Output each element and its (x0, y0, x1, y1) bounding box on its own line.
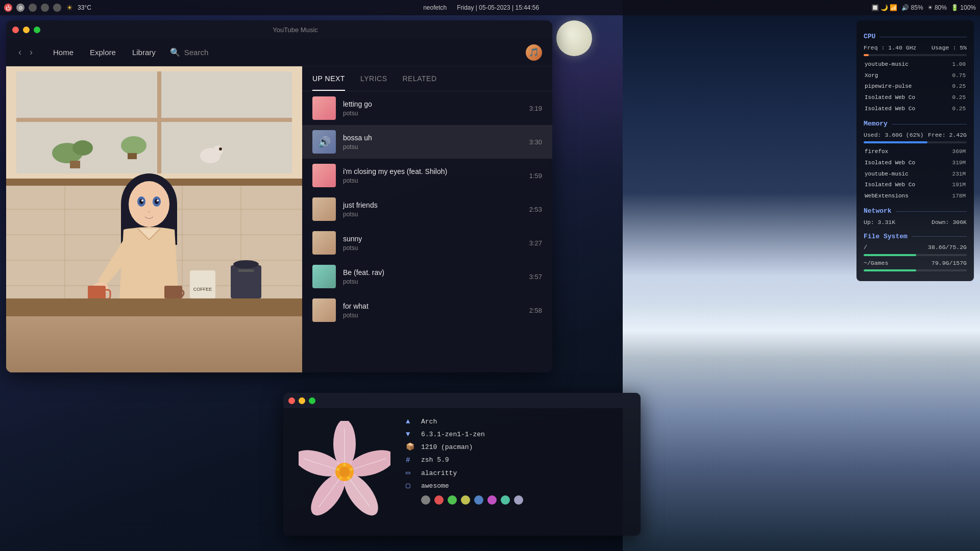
cpu-proc-name-5: Isolated Web Co (865, 104, 944, 114)
taskbar-icons-area: 🔲 🌙 📶 (871, 4, 898, 11)
queue-item-artist: potsu (343, 278, 522, 285)
queue-item[interactable]: for what potsu 2:58 (302, 293, 552, 327)
svg-point-30 (141, 199, 143, 202)
taskbar-center: neofetch Friday | 05-05-2023 | 15:44:56 (91, 4, 871, 11)
svg-point-31 (157, 199, 159, 202)
queue-thumb (312, 96, 336, 120)
dot-icon1 (29, 4, 37, 12)
mem-proc-name-4: Isolated Web Co (865, 180, 944, 190)
neofetch-info: ▲ Arch ▼ 6.3.1-zen1-1-zen 📦 1210 (pacman… (406, 415, 630, 529)
taskbar: ⏻ ⚙ ☀ 33°C neofetch Friday | 05-05-2023 … (0, 0, 980, 15)
tab-related[interactable]: RELATED (402, 66, 436, 91)
mem-proc-name-2: Isolated Web Co (865, 158, 944, 168)
queue-item-title: bossa uh (343, 134, 522, 142)
queue-item-duration: 3:27 (529, 239, 542, 247)
queue-item-info: for what potsu (343, 302, 522, 319)
tab-lyrics[interactable]: LYRICS (360, 66, 387, 91)
nav-explore[interactable]: Explore (82, 44, 124, 61)
queue-thumb: 🔊 (312, 130, 336, 154)
svg-point-5 (72, 140, 93, 156)
queue-thumb (312, 265, 336, 288)
queue-item[interactable]: Be (feat. rav) potsu 3:57 (302, 260, 552, 293)
svg-rect-6 (70, 161, 80, 168)
mem-proc-row: firefox369M (865, 147, 966, 157)
window-close-btn[interactable] (12, 27, 19, 33)
nav-arrows: ‹ › (16, 45, 35, 60)
album-art: COFFEE (6, 66, 302, 372)
network-row: Up: 3.31K Down: 306K (864, 218, 967, 227)
neofetch-close-btn[interactable] (288, 397, 295, 404)
panel-tabs: UP NEXT LYRICS RELATED (302, 66, 552, 91)
queue-item-title: i'm closing my eyes (feat. Shiloh) (343, 167, 522, 176)
filesystem-section-title: File System (864, 232, 967, 242)
cpu-usage: Usage : 5% (932, 43, 967, 53)
moon (556, 20, 592, 56)
music-player-window: YouTube Music ‹ › Home Explore Library 🔍… (6, 20, 552, 372)
queue-item-title: letting go (343, 100, 522, 108)
mem-proc-name-1: firefox (865, 147, 944, 157)
dot-icon3 (53, 4, 61, 12)
cpu-proc-val-1: 1.00 (945, 60, 966, 70)
neofetch-content: ▲ Arch ▼ 6.3.1-zen1-1-zen 📦 1210 (pacman… (283, 408, 641, 536)
tab-up-next[interactable]: UP NEXT (312, 66, 345, 91)
mem-proc-name-3: youtube-music (865, 169, 944, 180)
window-minimize-btn[interactable] (23, 27, 30, 33)
nav-search-label: Search (184, 48, 209, 57)
mem-proc-val-4: 191M (945, 180, 966, 190)
queue-item[interactable]: just friends potsu 2:53 (302, 192, 552, 226)
neofetch-window: ▲ Arch ▼ 6.3.1-zen1-1-zen 📦 1210 (pacman… (283, 393, 641, 536)
nf-row-kernel: ▼ 6.3.1-zen1-1-zen (406, 428, 630, 441)
color-dot-8 (514, 495, 523, 505)
neofetch-minimize-btn[interactable] (299, 397, 305, 404)
fs-root-row: / 38.6G/75.2G (864, 243, 967, 252)
nav-library[interactable]: Library (124, 44, 164, 61)
cpu-freq-row: Freq : 1.40 GHz Usage : 5% (864, 43, 967, 53)
queue-item-title: Be (feat. rav) (343, 268, 522, 277)
mem-proc-row: WebExtensions178M (865, 191, 966, 202)
nf-row-wm: ▢ awesome (406, 480, 630, 492)
fs-games-bar-container (864, 269, 967, 271)
mem-proc-row: youtube-music231M (865, 169, 966, 180)
color-dot-6 (487, 495, 497, 505)
neofetch-maximize-btn[interactable] (309, 397, 315, 404)
queue-item[interactable]: i'm closing my eyes (feat. Shiloh) potsu… (302, 159, 552, 192)
queue-item-info: i'm closing my eyes (feat. Shiloh) potsu (343, 167, 522, 184)
svg-point-38 (233, 260, 259, 268)
window-maximize-btn[interactable] (34, 27, 40, 33)
taskbar-appname: neofetch (423, 4, 447, 11)
nf-packages-value: 1210 (pacman) (421, 441, 473, 453)
mem-proc-val-5: 178M (945, 191, 966, 202)
svg-rect-8 (128, 153, 137, 159)
color-dot-5 (474, 495, 483, 505)
neofetch-titlebar (283, 393, 641, 408)
svg-point-32 (148, 211, 150, 213)
album-illustration: COFFEE (6, 66, 302, 316)
system-monitor: CPU Freq : 1.40 GHz Usage : 5% youtube-m… (856, 20, 974, 281)
cpu-proc-row: youtube-music1.00 (865, 60, 966, 70)
queue-item[interactable]: 🔊 bossa uh potsu 3:30 (302, 125, 552, 159)
nf-row-terminal: ▭ alacritty (406, 467, 630, 480)
queue-thumb (312, 197, 336, 221)
svg-point-59 (336, 468, 339, 471)
cpu-proc-val-5: 0.25 (945, 104, 966, 114)
svg-point-55 (343, 463, 346, 466)
queue-item-info: letting go potsu (343, 100, 522, 117)
fs-games-label: ~/Games (864, 259, 888, 268)
nav-home[interactable]: Home (45, 44, 82, 61)
cpu-proc-name-3: pipewire-pulse (865, 82, 944, 92)
power-icon[interactable]: ⏻ (4, 4, 12, 12)
dot-icon2 (41, 4, 49, 12)
queue-list: letting go potsu 3:19 🔊 bossa uh potsu 3… (302, 91, 552, 372)
queue-item-title: sunny (343, 235, 522, 243)
settings-icon[interactable]: ⚙ (16, 4, 24, 12)
nf-color-dots (421, 495, 630, 505)
nav-forward-arrow[interactable]: › (28, 45, 35, 60)
cpu-proc-name-4: Isolated Web Co (865, 93, 944, 103)
queue-item-artist: potsu (343, 312, 522, 319)
nav-back-arrow[interactable]: ‹ (16, 45, 23, 60)
queue-item[interactable]: sunny potsu 3:27 (302, 226, 552, 260)
queue-item[interactable]: letting go potsu 3:19 (302, 91, 552, 125)
nav-search-area[interactable]: 🔍 Search (170, 47, 209, 57)
user-avatar[interactable]: 🎵 (526, 44, 542, 61)
network-section-title: Network (864, 206, 967, 217)
